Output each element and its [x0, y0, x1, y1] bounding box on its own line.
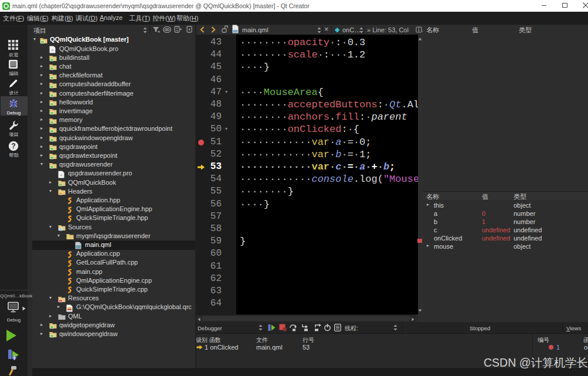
svg-text:c: c — [52, 48, 53, 52]
svg-text:c: c — [60, 173, 62, 177]
svg-text:?: ? — [11, 142, 15, 150]
